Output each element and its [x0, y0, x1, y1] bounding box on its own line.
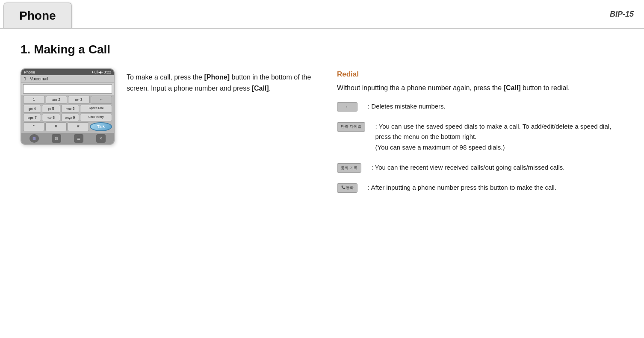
- key-hash[interactable]: #: [68, 122, 89, 131]
- backspace-icon-label: ←: [345, 103, 349, 110]
- phone-status-bar: Phone ✦ull◀▪ 3:22: [21, 69, 114, 75]
- phone-cancel-icon[interactable]: ✕: [96, 134, 106, 143]
- key-5[interactable]: jkl 5: [42, 105, 60, 113]
- key-star[interactable]: *: [23, 122, 44, 131]
- redial-bold: [Call]: [504, 84, 521, 91]
- key-speed-dial[interactable]: Speed Dial: [80, 105, 112, 113]
- key-9[interactable]: wxyz 9: [61, 114, 79, 122]
- redial-title: Redial: [337, 68, 623, 80]
- call-history-icon-label: 통화 기록: [341, 165, 357, 171]
- phone-bottom-bar: ⊞ ⊟ ☰ ✕: [21, 133, 114, 144]
- header-page-number: BIP-15: [72, 0, 644, 28]
- keypad-row-3: pqrs 7 tuv 8 wxyz 9 Call History: [23, 114, 112, 122]
- header-tab-label: Phone: [19, 9, 56, 23]
- backspace-icon-btn: ←: [337, 102, 357, 112]
- content-row: Phone ✦ull◀▪ 3:22 1 Voicemail 1 abc 2 de…: [21, 68, 623, 202]
- speed-dial-icon-btn: 단축 다이얼: [337, 122, 365, 132]
- header-tab: Phone: [3, 3, 72, 28]
- phone-app-title: Phone: [24, 70, 35, 74]
- phone-input-field[interactable]: [23, 84, 112, 94]
- key-3[interactable]: def 3: [68, 96, 90, 104]
- backspace-icon-desc: : Deletes mistake numbers.: [368, 101, 446, 112]
- icon-item-call: 📞통화 : After inputting a phone number pre…: [337, 182, 623, 193]
- phone-qr-icon[interactable]: ⊟: [52, 134, 61, 143]
- phone-voicemail: 1 Voicemail: [21, 75, 114, 83]
- key-8[interactable]: tuv 8: [42, 114, 60, 122]
- redial-desc-1: Without inputting the a phone number aga…: [337, 84, 504, 91]
- call-icon-label: 통화: [346, 185, 354, 191]
- key-6[interactable]: mno 6: [61, 105, 79, 113]
- speed-dial-icon-desc: : You can use the saved speed dials to m…: [375, 121, 623, 153]
- redial-description: Without inputting the a phone number aga…: [337, 82, 623, 94]
- key-talk[interactable]: Talk: [90, 122, 112, 131]
- phone-status-icons: ✦ull◀▪ 3:22: [91, 70, 111, 74]
- icon-item-backspace: ← : Deletes mistake numbers.: [337, 101, 623, 112]
- call-icon-btn: 📞통화: [337, 183, 357, 193]
- page-number-text: BIP-15: [610, 10, 634, 19]
- key-1[interactable]: 1: [23, 96, 45, 104]
- desc-end: .: [269, 85, 271, 92]
- phone-start-icon[interactable]: ⊞: [30, 134, 39, 143]
- desc-bold-1: [Phone]: [204, 73, 230, 81]
- icon-item-call-history: 통화 기록 : You can the recent view received…: [337, 162, 623, 173]
- key-7[interactable]: pqrs 7: [23, 114, 41, 122]
- call-history-icon-btn: 통화 기록: [337, 163, 361, 173]
- desc-text-1: To make a call, press the: [127, 73, 204, 81]
- speed-dial-icon-label: 단축 다이얼: [341, 123, 361, 129]
- section-title: 1. Making a Call: [21, 43, 623, 56]
- right-column: Redial Without inputting the a phone num…: [320, 68, 623, 202]
- phone-keypad: 1 abc 2 def 3 ← ghi 4 jkl 5 mno 6 Speed …: [21, 95, 114, 133]
- desc-bold-2: [Call]: [252, 85, 269, 92]
- keypad-row-1: 1 abc 2 def 3 ←: [23, 96, 112, 104]
- redial-desc-2: button to redial.: [521, 84, 570, 91]
- icon-item-speed-dial: 단축 다이얼 : You can use the saved speed dia…: [337, 121, 623, 153]
- call-history-icon-desc: : You can the recent view received calls…: [372, 162, 565, 173]
- keypad-row-4: * 0 # Talk: [23, 122, 112, 131]
- left-description: To make a call, press the [Phone] button…: [127, 68, 320, 94]
- main-content: 1. Making a Call Phone ✦ull◀▪ 3:22 1 Voi…: [0, 29, 644, 216]
- header: Phone BIP-15: [0, 0, 644, 29]
- left-column: Phone ✦ull◀▪ 3:22 1 Voicemail 1 abc 2 de…: [21, 68, 320, 145]
- key-4[interactable]: ghi 4: [23, 105, 41, 113]
- key-call-history[interactable]: Call History: [80, 114, 112, 122]
- key-0[interactable]: 0: [45, 122, 67, 131]
- key-2[interactable]: abc 2: [46, 96, 68, 104]
- phone-mockup: Phone ✦ull◀▪ 3:22 1 Voicemail 1 abc 2 de…: [21, 68, 115, 145]
- key-backspace[interactable]: ←: [91, 96, 112, 104]
- phone-ok-icon[interactable]: ☰: [74, 134, 83, 143]
- call-icon-desc: : After inputting a phone number press t…: [368, 182, 556, 193]
- keypad-row-2: ghi 4 jkl 5 mno 6 Speed Dial: [23, 105, 112, 113]
